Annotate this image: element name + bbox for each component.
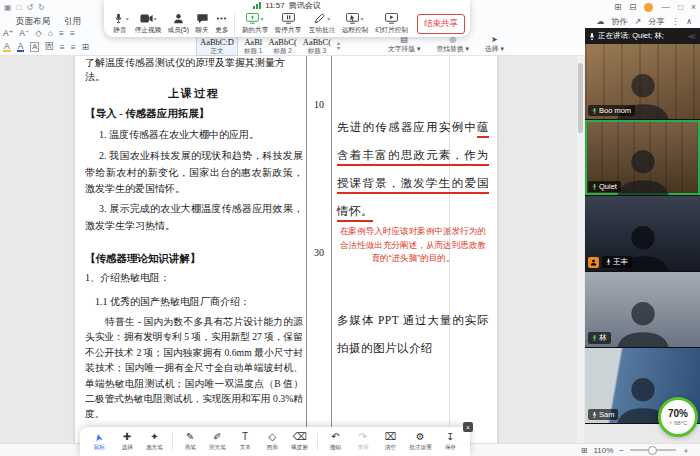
meeting-time: 11:57 [265,1,284,10]
zoom-in-button[interactable]: ＋ [682,445,690,456]
doc-item-2: 2. 我国农业科技发展的现状和趋势，科技发展带给新农村的新变化，国家出台的惠农新… [85,148,303,198]
font-color-icon[interactable]: A [17,42,25,52]
undo-icon[interactable]: ↺ [26,3,33,12]
style-gallery-more-icon[interactable]: ▴▾ [337,41,340,51]
align-left-icon[interactable]: ≡ [60,42,65,52]
red-underlined-text: 蕴含着丰富的思政元素，作为授课背景，激发学生的爱国情怀。 [337,121,489,217]
cloud-sync-icon[interactable]: ☁ [596,17,604,26]
clear-all-button[interactable]: ⌧ 清空 [380,432,400,450]
tab-references[interactable]: 引用 [64,16,81,28]
more-menu-icon[interactable]: ⋮ [671,17,679,26]
chevron-down-icon[interactable]: ▾ [126,15,129,22]
table-icon[interactable]: ⊞ [82,42,89,52]
more-dots-icon [215,13,228,24]
design-intent-paragraph: 先进的传感器应用实例中蕴含着丰富的思政元素，作为授课背景，激发学生的爱国情怀。 [337,113,489,225]
video-tile[interactable]: 王丰 [585,196,700,272]
bullet-list-icon[interactable]: ≡ [59,28,64,38]
slideshow-control-button[interactable]: 幻灯片控制 [372,12,412,35]
video-tile[interactable]: 林 [585,272,700,348]
save-icon[interactable]: □ [17,3,22,12]
download-icon: ↧ [446,432,454,443]
tab-page-layout[interactable]: 页面布局 [16,16,50,28]
grow-font-icon[interactable]: A⁺ [3,28,13,38]
doc-item-1: 1. 温度传感器在农业大棚中的应用。 [85,128,303,142]
phonetic-guide-icon[interactable]: ⌂ [48,28,53,38]
char-shading-icon[interactable]: 固 [45,41,54,53]
annotation-settings-button[interactable]: ⚙ 批注设置 [408,432,433,450]
layout-mode-icon[interactable]: ⊞ [614,2,621,12]
redo-icon[interactable]: ↻ [38,3,45,12]
mouse-tool-button[interactable]: ➤ 鼠标 [90,432,110,450]
zoom-slider-knob[interactable] [648,446,657,455]
minimize-button[interactable]: — [661,2,670,12]
chevron-down-icon[interactable]: ▾ [327,15,330,22]
highlight-color-icon[interactable]: A [3,42,11,52]
collapse-ribbon-icon[interactable]: ∧ [686,17,692,26]
style-heading-2[interactable]: AaBbC( 标题 2 [268,38,296,54]
stop-video-button[interactable]: ▾ 停止视频 [131,12,164,35]
home-icon[interactable]: ▣ [4,3,12,12]
redo-button[interactable]: ↷ 重做 [353,432,373,450]
find-replace-button[interactable]: ◎ 查找替换 ▾ [437,36,470,53]
save-annotation-button[interactable]: ↧ 保存 [440,432,460,450]
remote-control-button[interactable]: ▾ 远程控制 [338,12,371,35]
chevron-down-icon[interactable]: ▾ [360,15,363,22]
new-share-button[interactable]: ▾ 新的共享 [238,12,271,35]
eraser-tool-button[interactable]: ⌫ 橡皮擦 [290,432,310,450]
pen-icon [313,13,326,24]
pause-share-button[interactable]: 暂停共享 [272,12,305,35]
chat-button[interactable]: 聊天 [193,12,212,35]
more-button[interactable]: 更多 [212,12,231,35]
pen-tool-button[interactable]: ✎ 画笔 [180,432,200,450]
text-effects-icon[interactable]: ◇ [35,28,42,38]
document-page[interactable]: 了解温度传感器测试仪的原理及掌握其测量方法。 上课过程 【导入 - 传感器应用拓… [75,55,497,443]
undo-icon: ↶ [331,432,339,443]
slideshow-icon [385,13,398,24]
zoom-out-button[interactable]: − [619,446,624,455]
style-heading-3[interactable]: AaBbC( 标题 3 [303,38,331,54]
performance-widget[interactable]: 70% ⚡ 68°C [658,397,698,437]
char-border-icon[interactable]: A [30,42,39,52]
scrollbar-thumb[interactable] [578,63,583,133]
person-icon [172,13,185,24]
page-grid-icon[interactable]: ⊞ [581,446,588,455]
maximize-button[interactable]: □ [678,2,683,12]
end-share-button[interactable]: 结束共享 [417,14,465,34]
participant-label: Sam [588,409,618,420]
number-list-icon[interactable]: ≡ [70,28,75,38]
host-badge-icon [588,257,599,268]
mute-button[interactable]: ▾ 静音 [109,12,131,35]
annotation-button[interactable]: ▾ 互动批注 [305,12,338,35]
video-tile-active-speaker[interactable]: Quiet [585,120,700,196]
undo-button[interactable]: ↶ 撤销 [325,432,345,450]
shrink-font-icon[interactable]: A⁻ [19,28,29,38]
highlighter-tool-button[interactable]: ✐ 荧光笔 [208,432,228,450]
doc-heading: 上课过程 [85,86,303,101]
style-heading-1[interactable]: AaBl 标题 1 [244,38,262,54]
ribbon-layout-icon[interactable]: ⊟ [629,2,636,12]
mic-icon [112,13,125,24]
close-button[interactable]: × [691,2,696,12]
vertical-scrollbar[interactable] [577,55,584,443]
participant-silhouette [601,295,685,348]
text-layout-button[interactable]: ▤ 文字排版 ▾ [388,36,421,53]
chevron-down-icon[interactable]: ▾ [260,15,263,22]
members-button[interactable]: 成员(5) [165,12,193,35]
chevron-down-icon[interactable]: ▾ [154,15,157,22]
find-replace-icon: ◎ [449,36,456,44]
close-toolbar-button[interactable]: × [463,422,473,432]
laser-pointer-button[interactable]: ✦ 激光笔 [144,432,164,450]
account-avatar[interactable] [644,3,653,12]
zoom-slider[interactable] [630,449,676,451]
share-button[interactable]: 分享 [648,16,664,27]
style-body-text[interactable]: AaBbC:D 正文 [196,36,238,56]
collapse-panel-icon[interactable]: ≪ [688,32,696,41]
select-tool-button[interactable]: ✚ 选择 [117,432,137,450]
collab-button[interactable]: 协作 [611,16,627,27]
shapes-tool-button[interactable]: ◇ 图形 [262,432,282,450]
text-tool-button[interactable]: T 文本 [235,432,255,450]
temperature-row: ⚡ 68°C [669,420,688,426]
align-center-icon[interactable]: ≡ [71,42,76,52]
select-button[interactable]: ➤ 选择 ▾ [485,36,504,53]
video-tile[interactable]: Boo mom [585,44,700,120]
